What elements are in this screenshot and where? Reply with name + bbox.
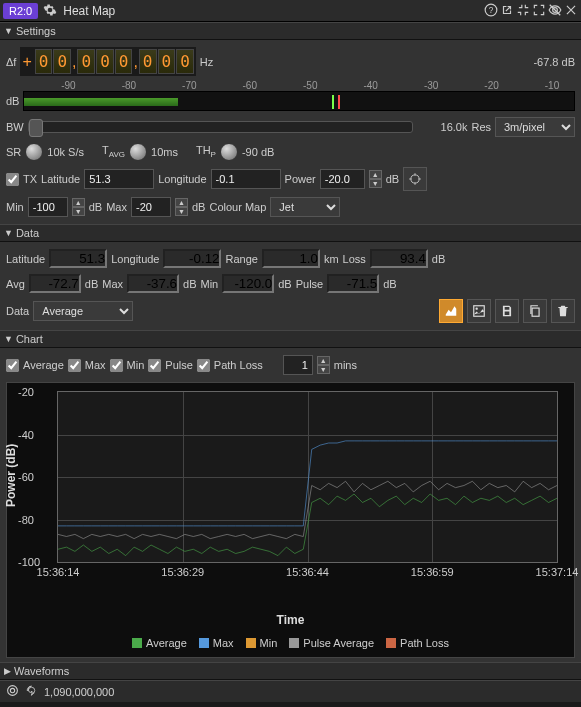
tx-lon-input[interactable] [211,169,281,189]
cb-pulse[interactable] [148,359,161,372]
refresh-icon[interactable] [25,684,38,699]
bw-slider[interactable] [28,121,414,133]
chevron-right-icon: ▶ [4,666,11,676]
tx-label: TX [23,173,37,185]
close-icon[interactable] [564,3,578,19]
power-spinner[interactable]: ▲▼ [369,170,382,188]
chevron-down-icon: ▼ [4,26,13,36]
cb-min[interactable] [110,359,123,372]
tavg-label: TAVG [102,144,125,159]
image-button[interactable] [467,299,491,323]
res-label: Res [471,121,491,133]
section-waveforms[interactable]: ▶ Waveforms [0,662,581,680]
status-freq: 1,090,000,000 [44,686,114,698]
shrink-icon[interactable] [516,3,530,19]
settings-panel: Δf + 0 0 , 0 0 0 , 0 0 0 Hz -67.8 dB dB … [0,40,581,224]
loss-label: Loss [343,253,366,265]
tavg-value: 10ms [151,146,178,158]
x-axis-title: Time [15,591,566,627]
sr-value: 10k S/s [47,146,84,158]
chart-button[interactable] [439,299,463,323]
hide-icon[interactable] [548,3,562,19]
svg-text:?: ? [489,5,494,14]
min-spinner[interactable]: ▲▼ [72,198,85,216]
tx-lat-input[interactable] [84,169,154,189]
cb-max[interactable] [68,359,81,372]
hz-label: Hz [200,56,213,68]
df-label: Δf [6,56,16,68]
min-value [222,274,274,293]
data-select[interactable]: Average [33,301,133,321]
avg-label: Avg [6,278,25,290]
power-input[interactable] [320,169,365,189]
db-label: dB [6,95,19,107]
chart-panel: Average Max Min Pulse Path Loss ▲▼ mins … [0,348,581,662]
tavg-knob[interactable] [129,143,147,161]
section-settings[interactable]: ▼ Settings [0,22,581,40]
lat-label: Latitude [6,253,45,265]
data-label: Data [6,305,29,317]
section-title: Settings [16,25,56,37]
lat-label: Latitude [41,173,80,185]
df-display[interactable]: + 0 0 , 0 0 0 , 0 0 0 [20,47,195,76]
status-bar: 1,090,000,000 [0,680,581,702]
popout-icon[interactable] [500,3,514,19]
expand-icon[interactable] [532,3,546,19]
y-axis-title: Power (dB) [4,444,18,507]
svg-point-5 [476,308,478,310]
svg-point-3 [411,175,419,183]
bw-value: 16.0k [417,121,467,133]
res-select[interactable]: 3m/pixel [495,117,575,137]
data-lat-value [49,249,107,268]
locate-button[interactable] [403,167,427,191]
section-title: Chart [16,333,43,345]
window-title: Heat Map [60,4,484,18]
section-title: Data [16,227,39,239]
gear-icon[interactable] [43,3,57,19]
svg-rect-6 [532,308,539,316]
chart-legend: Average Max Min Pulse Average Path Loss [15,627,566,651]
range-label: Range [225,253,257,265]
svg-point-8 [10,688,14,692]
lon-label: Longitude [158,173,206,185]
data-lon-value [163,249,221,268]
min-label: Min [6,201,24,213]
sr-label: SR [6,146,21,158]
pulse-label: Pulse [296,278,324,290]
thp-knob[interactable] [220,143,238,161]
cb-pathloss[interactable] [197,359,210,372]
help-icon[interactable]: ? [484,3,498,19]
copy-button[interactable] [523,299,547,323]
delete-button[interactable] [551,299,575,323]
mins-input[interactable] [283,355,313,375]
bw-label: BW [6,121,24,133]
thp-value: -90 dB [242,146,274,158]
title-bar: R2:0 Heat Map ? [0,0,581,22]
section-data[interactable]: ▼ Data [0,224,581,242]
max-label: Max [106,201,127,213]
thp-label: THP [196,144,216,159]
section-chart[interactable]: ▼ Chart [0,330,581,348]
mins-spinner[interactable]: ▲▼ [317,356,330,374]
chart-plot[interactable]: -20 -40 -60 -80 -100 15:36:14 15:36:29 1… [57,391,558,563]
cb-average[interactable] [6,359,19,372]
min-input[interactable] [28,197,68,217]
svg-point-7 [8,686,18,696]
chevron-down-icon: ▼ [4,228,13,238]
target-icon[interactable] [6,684,19,699]
cmap-label: Colour Map [209,201,266,213]
max-input[interactable] [131,197,171,217]
data-panel: Latitude Longitude Range km Loss dB Avg … [0,242,581,330]
chart: Power (dB) -20 -40 -60 -80 -100 15:36:14… [6,382,575,658]
chevron-down-icon: ▼ [4,334,13,344]
max-spinner[interactable]: ▲▼ [175,198,188,216]
power-indicator: -90 -80 -70 -60 -50 -40 -30 -20 -10 [23,91,575,111]
pulse-value [327,274,379,293]
tx-checkbox[interactable] [6,173,19,186]
min-label: Min [200,278,218,290]
channel-tag: R2:0 [3,3,38,19]
max-label: Max [102,278,123,290]
save-button[interactable] [495,299,519,323]
cmap-select[interactable]: Jet [270,197,340,217]
sr-knob[interactable] [25,143,43,161]
